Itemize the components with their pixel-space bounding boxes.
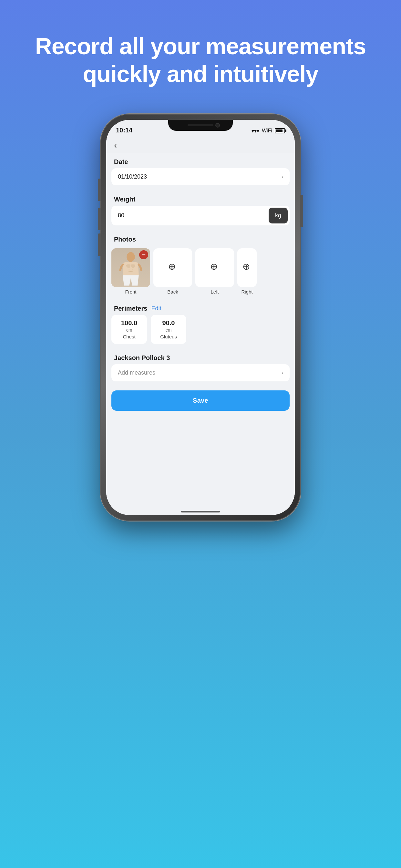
svg-text:⊕: ⊕ — [210, 261, 218, 272]
svg-text:⊕: ⊕ — [243, 261, 250, 272]
photo-label-back: Back — [167, 289, 178, 294]
jp-add-measures: Add measures — [118, 369, 155, 376]
weight-row: kg — [112, 206, 289, 225]
svg-text:⊕: ⊕ — [168, 261, 176, 272]
phone-notch — [168, 120, 233, 131]
date-row[interactable]: 01/10/2023 › — [112, 168, 289, 185]
photo-item-back: ⊕ Back — [153, 248, 192, 294]
chest-unit: cm — [126, 328, 132, 333]
perimeters-edit[interactable]: Edit — [151, 305, 161, 312]
notch-camera — [215, 123, 220, 128]
battery-icon — [275, 128, 285, 133]
photos-label: Photos — [106, 230, 295, 246]
save-button[interactable]: Save — [112, 391, 289, 411]
gluteus-value: 90.0 — [162, 319, 175, 327]
weight-label: Weight — [106, 190, 295, 206]
date-chevron: › — [281, 174, 283, 180]
chest-label: Chest — [123, 334, 135, 339]
perimeters-label: Perimeters — [114, 305, 147, 312]
svg-point-0 — [127, 252, 135, 261]
gluteus-label: Gluteus — [160, 334, 177, 339]
weight-input[interactable] — [112, 207, 267, 224]
perimeters-grid: 100.0 cm Chest 90.0 cm Gluteus — [106, 315, 295, 349]
hero-title: Record all your measurements quickly and… — [0, 32, 401, 88]
add-photo-back-icon: ⊕ — [167, 260, 179, 275]
scroll-content[interactable]: Date 01/10/2023 › Weight kg Photos — [106, 153, 295, 515]
phone-screen: 10:14 ▾▾▾ WiFi ‹ Date — [106, 120, 295, 515]
jp-section: Add measures › — [106, 364, 295, 386]
add-photo-left-icon: ⊕ — [209, 260, 220, 275]
battery-fill — [276, 129, 282, 132]
photo-label-left: Left — [211, 289, 219, 294]
status-time: 10:14 — [116, 127, 132, 134]
back-button[interactable]: ‹ — [114, 141, 117, 151]
jp-row[interactable]: Add measures › — [112, 364, 289, 381]
phone-shell: 10:14 ▾▾▾ WiFi ‹ Date — [100, 114, 301, 521]
jp-chevron: › — [281, 369, 283, 376]
perimeter-chest: 100.0 cm Chest — [112, 315, 147, 344]
photo-item-right: ⊕ Right — [237, 248, 257, 294]
add-photo-right-icon: ⊕ — [241, 260, 253, 275]
photo-box-front[interactable]: − — [112, 248, 150, 287]
photo-label-front: Front — [125, 289, 136, 294]
unit-button[interactable]: kg — [269, 208, 288, 223]
photo-item-front: − Front — [112, 248, 150, 294]
photo-box-right[interactable]: ⊕ — [237, 248, 257, 287]
perimeter-gluteus: 90.0 cm Gluteus — [151, 315, 186, 344]
gluteus-unit: cm — [166, 328, 172, 333]
photos-grid: − Front ⊕ — [106, 246, 295, 300]
photo-box-back[interactable]: ⊕ — [153, 248, 192, 287]
date-value: 01/10/2023 — [118, 174, 147, 180]
save-section: Save — [106, 386, 295, 417]
photo-box-left[interactable]: ⊕ — [195, 248, 234, 287]
nav-bar: ‹ — [106, 136, 295, 153]
app-content: ‹ Date 01/10/2023 › Weight kg — [106, 136, 295, 515]
chest-value: 100.0 — [121, 319, 137, 327]
status-icons: ▾▾▾ WiFi — [251, 128, 285, 134]
photo-label-right: Right — [241, 289, 252, 294]
signal-icon: WiFi — [262, 128, 272, 134]
wifi-icon: ▾▾▾ — [251, 128, 259, 134]
jp-label: Jackson Pollock 3 — [106, 349, 295, 364]
notch-speaker — [188, 124, 213, 126]
phone-mockup: 10:14 ▾▾▾ WiFi ‹ Date — [100, 114, 301, 521]
photo-item-left: ⊕ Left — [195, 248, 234, 294]
home-indicator — [181, 511, 220, 513]
perimeters-header: Perimeters Edit — [106, 300, 295, 315]
remove-photo-front[interactable]: − — [139, 250, 148, 259]
date-label: Date — [106, 153, 295, 168]
